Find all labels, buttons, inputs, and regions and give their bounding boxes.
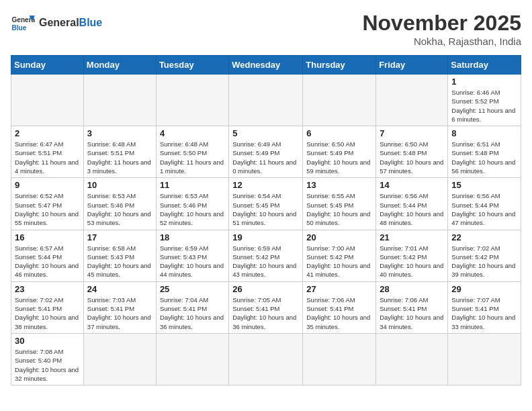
day-number: 28 bbox=[380, 284, 444, 294]
day-number: 7 bbox=[380, 128, 444, 138]
day-info: Sunrise: 6:48 AM Sunset: 5:51 PM Dayligh… bbox=[87, 140, 152, 175]
day-info: Sunrise: 6:56 AM Sunset: 5:44 PM Dayligh… bbox=[451, 191, 517, 227]
calendar-cell bbox=[229, 333, 303, 385]
day-info: Sunrise: 6:55 AM Sunset: 5:45 PM Dayligh… bbox=[306, 191, 372, 227]
calendar-cell: 10Sunrise: 6:53 AM Sunset: 5:46 PM Dayli… bbox=[83, 178, 156, 230]
month-title: November 2025 bbox=[362, 11, 521, 36]
calendar-cell: 22Sunrise: 7:02 AM Sunset: 5:42 PM Dayli… bbox=[448, 230, 521, 281]
calendar-cell: 11Sunrise: 6:53 AM Sunset: 5:46 PM Dayli… bbox=[156, 178, 228, 230]
day-info: Sunrise: 7:05 AM Sunset: 5:41 PM Dayligh… bbox=[232, 295, 299, 331]
day-info: Sunrise: 7:03 AM Sunset: 5:41 PM Dayligh… bbox=[87, 295, 152, 331]
calendar-cell: 18Sunrise: 6:59 AM Sunset: 5:43 PM Dayli… bbox=[156, 230, 228, 281]
week-row-5: 23Sunrise: 7:02 AM Sunset: 5:41 PM Dayli… bbox=[11, 281, 521, 333]
calendar-cell: 30Sunrise: 7:08 AM Sunset: 5:40 PM Dayli… bbox=[11, 333, 84, 385]
weekday-header-thursday: Thursday bbox=[303, 56, 376, 75]
day-number: 30 bbox=[15, 336, 80, 346]
weekday-header-sunday: Sunday bbox=[11, 56, 84, 75]
day-info: Sunrise: 7:02 AM Sunset: 5:41 PM Dayligh… bbox=[15, 295, 80, 331]
logo: General Blue GeneralBlue bbox=[11, 11, 102, 35]
day-number: 9 bbox=[15, 180, 80, 190]
day-number: 15 bbox=[451, 180, 517, 190]
day-info: Sunrise: 6:48 AM Sunset: 5:50 PM Dayligh… bbox=[160, 140, 225, 175]
week-row-2: 2Sunrise: 6:47 AM Sunset: 5:51 PM Daylig… bbox=[11, 126, 521, 178]
calendar-cell bbox=[303, 75, 376, 126]
calendar-cell bbox=[448, 333, 521, 385]
day-number: 3 bbox=[87, 128, 152, 138]
week-row-3: 9Sunrise: 6:52 AM Sunset: 5:47 PM Daylig… bbox=[11, 178, 521, 230]
day-info: Sunrise: 7:07 AM Sunset: 5:41 PM Dayligh… bbox=[451, 295, 517, 331]
day-info: Sunrise: 7:04 AM Sunset: 5:41 PM Dayligh… bbox=[160, 295, 225, 331]
calendar-cell bbox=[376, 75, 448, 126]
day-number: 4 bbox=[160, 128, 225, 138]
day-number: 8 bbox=[451, 128, 517, 138]
calendar-cell: 23Sunrise: 7:02 AM Sunset: 5:41 PM Dayli… bbox=[11, 281, 84, 333]
day-info: Sunrise: 6:51 AM Sunset: 5:48 PM Dayligh… bbox=[451, 140, 517, 175]
day-number: 10 bbox=[87, 180, 152, 190]
day-number: 26 bbox=[232, 284, 299, 294]
day-info: Sunrise: 7:06 AM Sunset: 5:41 PM Dayligh… bbox=[306, 295, 372, 331]
day-info: Sunrise: 6:56 AM Sunset: 5:44 PM Dayligh… bbox=[380, 191, 444, 227]
day-number: 1 bbox=[451, 77, 517, 87]
calendar-cell: 25Sunrise: 7:04 AM Sunset: 5:41 PM Dayli… bbox=[156, 281, 228, 333]
day-info: Sunrise: 7:02 AM Sunset: 5:42 PM Dayligh… bbox=[451, 244, 517, 279]
day-number: 27 bbox=[306, 284, 372, 294]
day-info: Sunrise: 7:01 AM Sunset: 5:42 PM Dayligh… bbox=[380, 244, 444, 279]
calendar-cell: 19Sunrise: 6:59 AM Sunset: 5:42 PM Dayli… bbox=[229, 230, 303, 281]
calendar-cell: 17Sunrise: 6:58 AM Sunset: 5:43 PM Dayli… bbox=[83, 230, 156, 281]
calendar-cell bbox=[156, 75, 228, 126]
svg-text:Blue: Blue bbox=[11, 24, 26, 32]
calendar-cell bbox=[11, 75, 84, 126]
day-number: 6 bbox=[306, 128, 372, 138]
day-info: Sunrise: 6:46 AM Sunset: 5:52 PM Dayligh… bbox=[451, 88, 517, 124]
week-row-1: 1Sunrise: 6:46 AM Sunset: 5:52 PM Daylig… bbox=[11, 75, 521, 126]
logo-icon: General Blue bbox=[11, 11, 35, 35]
day-number: 24 bbox=[87, 284, 152, 294]
title-block: November 2025 Nokha, Rajasthan, India bbox=[362, 11, 521, 47]
day-number: 19 bbox=[232, 232, 299, 242]
weekday-header-friday: Friday bbox=[376, 56, 448, 75]
calendar-table: SundayMondayTuesdayWednesdayThursdayFrid… bbox=[11, 55, 521, 385]
day-number: 21 bbox=[380, 232, 444, 242]
calendar-cell bbox=[303, 333, 376, 385]
day-number: 5 bbox=[232, 128, 299, 138]
day-info: Sunrise: 7:00 AM Sunset: 5:42 PM Dayligh… bbox=[306, 244, 372, 279]
calendar-cell: 20Sunrise: 7:00 AM Sunset: 5:42 PM Dayli… bbox=[303, 230, 376, 281]
weekday-header-monday: Monday bbox=[83, 56, 156, 75]
calendar-cell bbox=[376, 333, 448, 385]
day-info: Sunrise: 6:53 AM Sunset: 5:46 PM Dayligh… bbox=[87, 191, 152, 227]
day-info: Sunrise: 6:54 AM Sunset: 5:45 PM Dayligh… bbox=[232, 191, 299, 227]
day-number: 12 bbox=[232, 180, 299, 190]
calendar-cell: 6Sunrise: 6:50 AM Sunset: 5:49 PM Daylig… bbox=[303, 126, 376, 178]
week-row-4: 16Sunrise: 6:57 AM Sunset: 5:44 PM Dayli… bbox=[11, 230, 521, 281]
weekday-header-row: SundayMondayTuesdayWednesdayThursdayFrid… bbox=[11, 56, 521, 75]
day-number: 2 bbox=[15, 128, 80, 138]
calendar-cell: 4Sunrise: 6:48 AM Sunset: 5:50 PM Daylig… bbox=[156, 126, 228, 178]
day-number: 22 bbox=[451, 232, 517, 242]
calendar-cell: 1Sunrise: 6:46 AM Sunset: 5:52 PM Daylig… bbox=[448, 75, 521, 126]
day-info: Sunrise: 6:47 AM Sunset: 5:51 PM Dayligh… bbox=[15, 140, 80, 175]
calendar-cell bbox=[83, 333, 156, 385]
calendar-cell: 2Sunrise: 6:47 AM Sunset: 5:51 PM Daylig… bbox=[11, 126, 84, 178]
day-number: 29 bbox=[451, 284, 517, 294]
logo-text: GeneralBlue bbox=[39, 17, 102, 29]
calendar-cell: 21Sunrise: 7:01 AM Sunset: 5:42 PM Dayli… bbox=[376, 230, 448, 281]
day-info: Sunrise: 6:57 AM Sunset: 5:44 PM Dayligh… bbox=[15, 244, 80, 279]
calendar-cell: 14Sunrise: 6:56 AM Sunset: 5:44 PM Dayli… bbox=[376, 178, 448, 230]
calendar-cell: 27Sunrise: 7:06 AM Sunset: 5:41 PM Dayli… bbox=[303, 281, 376, 333]
day-info: Sunrise: 6:58 AM Sunset: 5:43 PM Dayligh… bbox=[87, 244, 152, 279]
day-info: Sunrise: 7:08 AM Sunset: 5:40 PM Dayligh… bbox=[15, 347, 80, 383]
week-row-6: 30Sunrise: 7:08 AM Sunset: 5:40 PM Dayli… bbox=[11, 333, 521, 385]
calendar-cell: 13Sunrise: 6:55 AM Sunset: 5:45 PM Dayli… bbox=[303, 178, 376, 230]
calendar-cell: 5Sunrise: 6:49 AM Sunset: 5:49 PM Daylig… bbox=[229, 126, 303, 178]
calendar-cell: 12Sunrise: 6:54 AM Sunset: 5:45 PM Dayli… bbox=[229, 178, 303, 230]
day-number: 11 bbox=[160, 180, 225, 190]
day-info: Sunrise: 6:50 AM Sunset: 5:48 PM Dayligh… bbox=[380, 140, 444, 175]
day-info: Sunrise: 6:59 AM Sunset: 5:43 PM Dayligh… bbox=[160, 244, 225, 279]
day-info: Sunrise: 6:52 AM Sunset: 5:47 PM Dayligh… bbox=[15, 191, 80, 227]
calendar-cell bbox=[83, 75, 156, 126]
calendar-cell: 16Sunrise: 6:57 AM Sunset: 5:44 PM Dayli… bbox=[11, 230, 84, 281]
calendar-cell: 24Sunrise: 7:03 AM Sunset: 5:41 PM Dayli… bbox=[83, 281, 156, 333]
calendar-cell bbox=[156, 333, 228, 385]
day-info: Sunrise: 6:59 AM Sunset: 5:42 PM Dayligh… bbox=[232, 244, 299, 279]
day-number: 14 bbox=[380, 180, 444, 190]
